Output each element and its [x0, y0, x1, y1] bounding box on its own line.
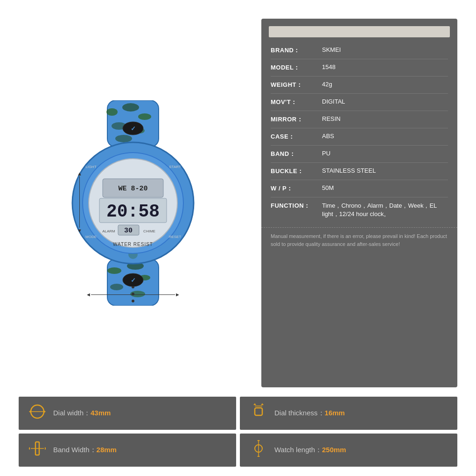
info-value: 1548 — [322, 63, 448, 70]
svg-point-16 — [132, 300, 134, 302]
spec-text: Watch length：250mm — [274, 446, 346, 455]
spec-value: 250mm — [322, 446, 346, 454]
info-row: WEIGHT：42g — [271, 77, 448, 94]
info-row: MOV'T：DIGITAL — [271, 94, 448, 111]
svg-marker-55 — [253, 403, 256, 405]
spec-value: 16mm — [325, 409, 345, 417]
svg-marker-63 — [257, 440, 260, 441]
info-value: 42g — [322, 81, 448, 88]
svg-marker-51 — [29, 410, 31, 413]
spec-card: Watch length：250mm — [240, 434, 457, 467]
spec-label: Band Width： — [53, 446, 97, 454]
info-key: WEIGHT： — [271, 81, 322, 89]
spec-icon — [249, 440, 268, 460]
info-key: MODEL： — [271, 63, 322, 72]
spec-card: Dial width：43mm — [19, 397, 236, 430]
svg-rect-53 — [255, 408, 262, 415]
info-row: CASE：ABS — [271, 128, 448, 146]
specs-section: Dial width：43mmDial thickness：16mmBand W… — [19, 397, 457, 467]
spec-text: Dial thickness：16mm — [274, 409, 345, 418]
watch-svg: SKMEI WATCH WE 8-20 20:58 30 — [63, 100, 203, 306]
svg-point-2 — [122, 103, 139, 112]
svg-text:WATER RESIST: WATER RESIST — [113, 242, 153, 247]
svg-marker-52 — [44, 410, 46, 413]
svg-point-1 — [106, 108, 118, 116]
svg-text:✓: ✓ — [131, 125, 136, 132]
info-value: DIGITAL — [322, 98, 448, 105]
spec-card: Band Width：28mm — [19, 434, 236, 467]
info-key: MIRROR： — [271, 115, 322, 124]
info-value: PU — [322, 150, 448, 157]
spec-icon — [28, 440, 47, 460]
spec-label: Dial thickness： — [274, 409, 325, 417]
info-value: STAINLESS STEEL — [322, 167, 448, 174]
spec-icon — [28, 403, 47, 423]
svg-marker-64 — [257, 456, 260, 457]
info-row: BUCKLE：STAINLESS STEEL — [271, 163, 448, 180]
info-key: MOV'T： — [271, 98, 322, 106]
svg-text:ALARM: ALARM — [102, 229, 115, 233]
info-key: W / P： — [271, 184, 322, 193]
spec-value: 28mm — [97, 446, 117, 454]
info-key: CASE： — [271, 133, 322, 141]
info-value: RESIN — [322, 115, 448, 122]
info-rows: BRAND：SKMEIMODEL：1548WEIGHT：42gMOV'T：DIG… — [261, 37, 457, 227]
svg-text:WE 8-20: WE 8-20 — [118, 185, 147, 193]
info-row: MIRROR：RESIN — [271, 111, 448, 128]
spec-text: Dial width：43mm — [53, 409, 111, 418]
info-row: MODEL：1548 — [271, 59, 448, 77]
info-value: ABS — [322, 133, 448, 140]
info-note: Manual measurement, if there is an error… — [261, 227, 457, 248]
svg-text:✓: ✓ — [131, 277, 136, 284]
info-value: SKMEI — [322, 46, 448, 53]
info-row: W / P：50M — [271, 180, 448, 197]
svg-marker-60 — [45, 447, 46, 450]
svg-text:30: 30 — [124, 227, 133, 235]
info-key: BUCKLE： — [271, 167, 322, 175]
info-key: FUNCTION： — [271, 202, 322, 210]
svg-text:CHIME: CHIME — [143, 229, 155, 233]
svg-text:RESET: RESET — [169, 235, 182, 239]
info-row: FUNCTION：Time，Chrono，Alarm，Date，Week，EL … — [271, 197, 448, 223]
info-title-bar — [269, 26, 450, 37]
svg-text:20:58: 20:58 — [106, 202, 160, 222]
svg-point-11 — [110, 284, 123, 290]
spec-text: Band Width：28mm — [53, 446, 117, 455]
spec-label: Dial width： — [53, 409, 91, 417]
info-key: BRAND： — [271, 46, 322, 55]
svg-marker-56 — [261, 403, 264, 405]
svg-marker-59 — [29, 447, 30, 450]
spec-label: Watch length： — [274, 446, 322, 454]
spec-icon — [249, 403, 268, 423]
svg-text:LIGHT: LIGHT — [85, 165, 97, 169]
svg-text:MODE: MODE — [85, 235, 97, 239]
svg-point-8 — [107, 267, 121, 274]
info-panel: BRAND：SKMEIMODEL：1548WEIGHT：42gMOV'T：DIG… — [261, 19, 457, 387]
spec-card: Dial thickness：16mm — [240, 397, 457, 430]
info-value: 50M — [322, 184, 448, 191]
svg-text:START: START — [169, 165, 181, 169]
info-key: BAND： — [271, 150, 322, 158]
svg-point-3 — [138, 113, 151, 120]
watch-image-area: ▲ ▼ — [19, 19, 247, 387]
info-row: BRAND：SKMEI — [271, 42, 448, 59]
info-value: Time，Chrono，Alarm，Date，Week，EL light，12/… — [322, 202, 448, 218]
spec-value: 43mm — [91, 409, 111, 417]
svg-point-6 — [115, 135, 132, 142]
info-row: BAND：PU — [271, 146, 448, 163]
